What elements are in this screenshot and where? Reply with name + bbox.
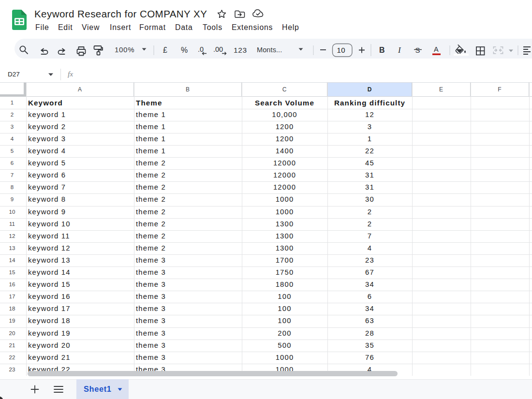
svg-text:123: 123 bbox=[234, 46, 247, 54]
svg-text:A: A bbox=[434, 45, 439, 53]
svg-text:.00: .00 bbox=[213, 45, 223, 53]
svg-text:Monts...: Monts... bbox=[257, 46, 282, 54]
svg-text:100%: 100% bbox=[115, 45, 134, 54]
svg-text:I: I bbox=[398, 45, 401, 55]
svg-text:%: % bbox=[181, 46, 188, 54]
svg-text:10: 10 bbox=[337, 46, 346, 54]
svg-text:£: £ bbox=[163, 46, 167, 54]
svg-text:.0: .0 bbox=[198, 45, 204, 53]
svg-text:B: B bbox=[379, 46, 385, 54]
